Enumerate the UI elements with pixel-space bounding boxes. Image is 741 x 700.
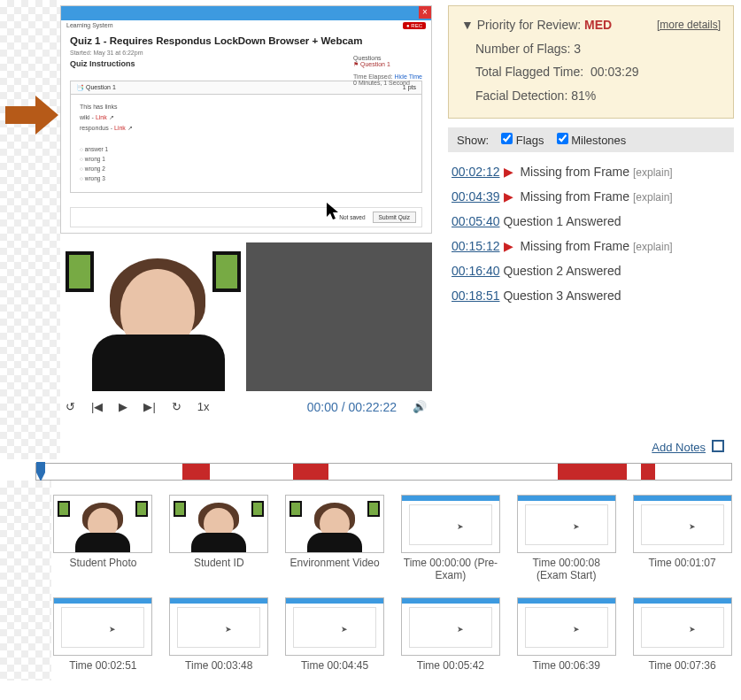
answer-option[interactable]: wrong 2 [80, 164, 413, 173]
svg-marker-0 [5, 96, 58, 135]
event-label: Missing from Frame [517, 239, 633, 253]
thumbnail-label: Time 00:05:42 [401, 659, 501, 672]
facial-detection: 81% [571, 88, 596, 103]
event-list: 00:02:12▶ Missing from Frame [explain]00… [448, 152, 734, 308]
question-sidebar: Questions ⚑ Question 1 Time Elapsed: Hid… [353, 55, 422, 86]
flags-checkbox[interactable]: Flags [501, 133, 544, 147]
flag-icon: ▶ [504, 165, 513, 179]
browser-titlebar: × [61, 6, 431, 20]
rewind-icon[interactable]: ↺ [66, 400, 75, 413]
thumbnail[interactable]: ➤Time 00:00:00 (Pre-Exam) [401, 495, 501, 581]
exam-screen: × Learning System ● REC Quiz 1 - Require… [60, 5, 432, 234]
add-notes-link[interactable]: Add Notes [652, 441, 706, 454]
priority-level: MED [584, 18, 612, 32]
volume-icon[interactable]: 🔊 [413, 400, 427, 413]
thumbnail-label: Environment Video [285, 557, 385, 569]
system-label: Learning System [61, 20, 431, 30]
thumbnail[interactable]: ➤Time 00:02:51 [53, 597, 153, 672]
event-timestamp[interactable]: 00:05:40 [452, 214, 500, 228]
event-timestamp[interactable]: 00:18:51 [452, 288, 500, 303]
flag-icon: ▶ [504, 239, 513, 253]
thumbnail[interactable]: ➤Time 00:06:39 [516, 597, 616, 672]
thumbnail[interactable]: Student Photo [53, 495, 153, 581]
event-timestamp[interactable]: 00:16:40 [452, 264, 500, 278]
thumbnail[interactable]: ➤Time 00:00:08 (Exam Start) [516, 495, 616, 581]
answer-option[interactable]: answer 1 [80, 144, 413, 154]
notes-icon[interactable] [711, 439, 725, 456]
event-label: Question 2 Answered [503, 264, 621, 278]
speed-button[interactable]: 1x [197, 400, 210, 413]
timeline-flag[interactable] [182, 464, 210, 480]
webcam-feed [60, 242, 246, 391]
forward-icon[interactable]: ↻ [172, 400, 181, 413]
event-label: Missing from Frame [517, 165, 633, 179]
explain-link[interactable]: [explain] [633, 166, 673, 179]
thumbnail-label: Time 00:06:39 [516, 659, 616, 672]
answer-option[interactable]: wrong 3 [80, 173, 413, 183]
thumbnail[interactable]: Environment Video [285, 495, 385, 581]
svg-marker-1 [327, 203, 338, 219]
thumbnail[interactable]: ➤Time 00:07:36 [632, 597, 732, 672]
close-icon[interactable]: × [419, 6, 431, 19]
thumbnail-label: Time 00:04:45 [285, 659, 385, 672]
event-row: 00:16:40 Question 2 Answered [452, 258, 730, 283]
thumbnail-label: Student Photo [53, 557, 153, 569]
video-controls: ↺ |◀ ▶ ▶| ↻ 1x 00:00 / 00:22:22 🔊 [60, 391, 432, 423]
thumbnail-grid: Student PhotoStudent IDEnvironment Video… [0, 481, 741, 681]
thumbnail[interactable]: ➤Time 00:05:42 [401, 597, 501, 672]
event-label: Question 1 Answered [503, 214, 621, 228]
priority-panel: ▼ Priority for Review: MED [more details… [448, 5, 734, 119]
flag-icon: ▶ [504, 189, 513, 204]
svg-rect-3 [714, 442, 722, 450]
event-row: 00:05:40 Question 1 Answered [452, 209, 730, 234]
timeline-flag[interactable] [641, 464, 655, 480]
event-row: 00:15:12▶ Missing from Frame [explain] [452, 234, 730, 258]
question-box: 📑 Question 1 1 pts This has links wiki -… [70, 81, 422, 193]
thumbnail-label: Time 00:00:00 (Pre-Exam) [401, 557, 501, 581]
show-filter-bar: Show: Flags Milestones [448, 127, 734, 152]
event-label: Question 3 Answered [503, 288, 621, 303]
timeline-flag[interactable] [558, 464, 628, 480]
event-row: 00:04:39▶ Missing from Frame [explain] [452, 184, 730, 209]
quiz-title: Quiz 1 - Requires Respondus LockDown Bro… [70, 35, 422, 46]
flagged-time: 00:03:29 [590, 65, 639, 79]
event-row: 00:02:12▶ Missing from Frame [explain] [452, 159, 730, 184]
event-timestamp[interactable]: 00:02:12 [452, 165, 500, 179]
thumbnail-label: Time 00:01:07 [632, 557, 732, 569]
play-icon[interactable]: ▶ [119, 400, 127, 413]
question-header: Question 1 [86, 84, 116, 90]
thumbnail-label: Time 00:07:36 [632, 659, 732, 672]
answer-option[interactable]: wrong 1 [80, 154, 413, 164]
svg-rect-4 [36, 462, 45, 473]
timeline-scrubber[interactable] [35, 463, 732, 481]
cursor-icon [327, 203, 341, 224]
thumbnail[interactable]: ➤Time 00:01:07 [632, 495, 732, 581]
explain-link[interactable]: [explain] [633, 241, 673, 253]
secondary-feed [246, 242, 432, 391]
explain-link[interactable]: [explain] [633, 191, 673, 204]
thumbnail[interactable]: ➤Time 00:03:48 [169, 597, 269, 672]
thumbnail-label: Time 00:00:08 (Exam Start) [516, 557, 616, 581]
submit-quiz-button[interactable]: Submit Quiz [373, 212, 416, 223]
milestones-checkbox[interactable]: Milestones [557, 133, 627, 147]
event-row: 00:18:51 Question 3 Answered [452, 283, 730, 308]
thumbnail-label: Student ID [169, 557, 269, 569]
thumbnail-label: Time 00:03:48 [169, 659, 269, 672]
event-timestamp[interactable]: 00:04:39 [452, 189, 500, 204]
prev-icon[interactable]: |◀ [91, 400, 103, 413]
recording-indicator: ● REC [403, 22, 426, 29]
more-details-link[interactable]: [more details] [657, 15, 721, 35]
next-icon[interactable]: ▶| [143, 400, 155, 413]
event-timestamp[interactable]: 00:15:12 [452, 239, 500, 253]
thumbnail[interactable]: ➤Time 00:04:45 [285, 597, 385, 672]
thumbnail[interactable]: Student ID [169, 495, 269, 581]
not-saved-label: Not saved [339, 214, 365, 220]
timeline-flag[interactable] [293, 464, 328, 480]
event-label: Missing from Frame [517, 189, 633, 204]
thumbnail-label: Time 00:02:51 [53, 659, 153, 672]
time-display: 00:00 / 00:22:22 [307, 400, 397, 414]
pointer-arrow-icon [5, 96, 58, 137]
flag-count: 3 [574, 42, 581, 56]
